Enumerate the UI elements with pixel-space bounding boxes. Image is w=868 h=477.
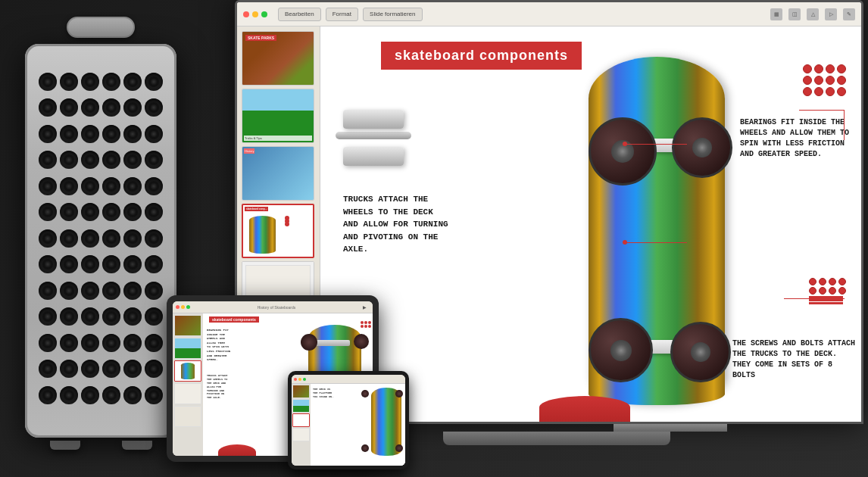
grille-hole-15 <box>102 125 120 143</box>
grille-hole-21 <box>102 151 120 169</box>
grille-hole-37 <box>60 229 78 248</box>
tablet-thumb-4[interactable] <box>174 383 201 404</box>
tablet-trucks-text: TRUCKS ATTACHTHE WHEELS TOTHE DECK ANDAL… <box>207 374 227 400</box>
grille-hole-58 <box>123 307 142 326</box>
grille-hole-18 <box>39 151 57 169</box>
grille-hole-27 <box>102 177 120 195</box>
phone-wheel-4 <box>361 444 369 452</box>
tablet-thumb-1[interactable] <box>174 315 201 336</box>
grille-hole-62 <box>81 334 99 352</box>
truck-icon <box>343 110 411 169</box>
t-thumb1-img <box>175 316 201 335</box>
bearing-dot-2 <box>814 64 823 73</box>
grille-hole-70 <box>123 360 142 378</box>
grille-hole-59 <box>145 307 163 326</box>
grille-hole-34 <box>123 203 142 221</box>
grille-hole-65 <box>145 334 163 352</box>
grille-hole-44 <box>81 255 99 273</box>
tablet-sidebar[interactable] <box>173 313 203 456</box>
slide-thumb-4[interactable]: skateboard comp... <box>242 204 314 258</box>
phone-wheel-2 <box>361 390 369 398</box>
truck-annotation-line <box>623 144 687 145</box>
grille-hole-64 <box>123 334 142 352</box>
thumb2-img: Tricks & Tips <box>242 89 314 142</box>
tablet-maximize <box>186 305 190 309</box>
t-thumb4-img <box>175 384 201 404</box>
grille-hole-16 <box>123 125 142 143</box>
phone-thumb-1[interactable] <box>292 385 310 398</box>
screw-lines-group <box>809 296 846 304</box>
phone-thumb-3[interactable] <box>292 413 310 427</box>
t-thumb3-img <box>175 363 201 382</box>
monitor-base <box>443 432 670 445</box>
mac-pro-grille <box>33 67 169 415</box>
t-bearing-6 <box>368 325 371 328</box>
phone-screen: THE DECK ISTHE PLATFORMYOU STAND ON. <box>292 375 405 466</box>
toolbar-icons: ▦ ◫ △ ▷ ✎ <box>770 8 855 20</box>
tablet-play-btn[interactable]: ▶ <box>363 304 367 310</box>
minimize-dot[interactable] <box>252 11 258 17</box>
close-dot[interactable] <box>243 11 249 17</box>
grille-hole-50 <box>81 282 99 300</box>
mac-pro-foot-right <box>122 441 152 450</box>
bearing-dot-7 <box>826 76 835 85</box>
grille-hole-48 <box>39 282 57 300</box>
grille-hole-66 <box>39 360 57 378</box>
grille-hole-43 <box>60 255 78 273</box>
shape-icon[interactable]: △ <box>807 8 819 20</box>
screw-8 <box>838 287 846 295</box>
phone-sidebar[interactable] <box>292 384 311 466</box>
media-icon[interactable]: ▷ <box>825 8 837 20</box>
screws-dots <box>809 278 846 305</box>
mac-pro-foot-left <box>50 441 80 450</box>
bearing-dot-4 <box>837 64 846 73</box>
phone-thumb-2[interactable] <box>292 399 310 413</box>
diagram-icon[interactable]: ◫ <box>788 8 801 20</box>
grille-hole-39 <box>102 229 120 248</box>
truck-axle <box>336 132 411 139</box>
thumb1-img: SKATE PARKS <box>242 32 314 85</box>
bottom-skateboard <box>539 396 630 424</box>
toolbar-dots <box>243 11 267 17</box>
slide-thumb-1[interactable]: SKATE PARKS <box>242 31 314 86</box>
tablet-slide-title: skateboard components <box>209 316 259 323</box>
grille-hole-33 <box>102 203 120 221</box>
tablet-thumb-2[interactable] <box>174 338 201 359</box>
layout-icon[interactable]: ▦ <box>770 8 782 20</box>
tablet-thumb-3[interactable] <box>174 360 201 382</box>
maximize-dot[interactable] <box>261 11 267 17</box>
bearing-dot-8 <box>837 76 846 85</box>
wheel-top-left <box>589 117 657 186</box>
t-bearing-1 <box>361 321 364 324</box>
grille-hole-77 <box>145 386 163 404</box>
tablet-title: History of Skateboards <box>192 305 361 310</box>
phone-thumb-4[interactable] <box>292 428 310 441</box>
slide-thumb-2[interactable]: Tricks & Tips <box>242 89 314 143</box>
toolbar-format-btn[interactable]: Format <box>326 8 358 21</box>
grille-hole-24 <box>39 177 57 195</box>
tablet-thumb-5[interactable] <box>174 406 201 427</box>
toolbar-edit-btn[interactable]: Bearbeiten <box>278 8 321 21</box>
toolbar-slide-format-btn[interactable]: Slide formatieren <box>363 8 422 21</box>
comment-icon[interactable]: ✎ <box>843 8 855 20</box>
grille-hole-22 <box>123 151 142 169</box>
tablet-bearings <box>361 321 371 328</box>
truck-shape-top <box>343 110 404 129</box>
screws-row-2 <box>809 287 846 295</box>
grille-hole-9 <box>102 98 120 117</box>
thumb4-img: skateboard comp... <box>243 205 313 257</box>
grille-hole-56 <box>81 307 99 326</box>
wheel-top-right <box>672 117 732 178</box>
screw-2 <box>819 278 826 285</box>
t-bearing-4 <box>361 325 364 328</box>
t-bearing-2 <box>364 321 367 324</box>
grille-hole-55 <box>60 307 78 326</box>
slide-thumb-3[interactable]: History <box>242 146 314 201</box>
grille-hole-1 <box>60 73 78 91</box>
grille-hole-63 <box>102 334 120 352</box>
screws-annotation: THE SCREWS AND BOLTS ATTACH THE TRUCKS T… <box>732 338 857 381</box>
t-thumb2-img <box>175 338 201 358</box>
bearing-dot-5 <box>803 76 812 85</box>
grille-hole-29 <box>145 177 163 195</box>
tablet-wheel-1 <box>301 334 317 351</box>
